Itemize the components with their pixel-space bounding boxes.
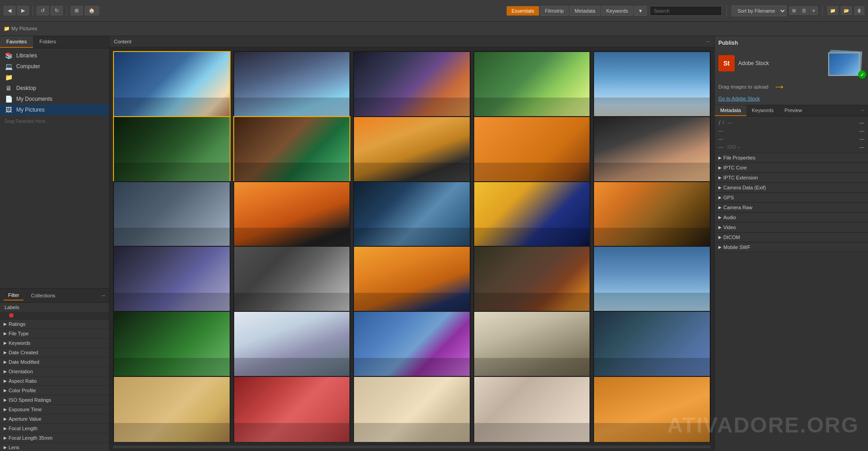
filter-dot-row[interactable] xyxy=(0,312,109,319)
filter-labels-header: Labels xyxy=(0,303,109,312)
delete-button[interactable]: 🗑 xyxy=(854,6,864,15)
dicom-section[interactable]: ▶ DICOM xyxy=(715,232,868,242)
computer-icon: 💻 xyxy=(5,63,13,70)
iptc-core-label: IPTC Core xyxy=(723,165,747,170)
camera-data-section[interactable]: ▶ Camera Data (Exif) xyxy=(715,183,868,193)
date-created-row[interactable]: ▶ Date Created xyxy=(0,348,109,357)
new-folder-button[interactable]: 📂 xyxy=(841,6,852,15)
metadata-tabs: Metadata Keywords Preview − xyxy=(715,105,868,117)
filter-minimize-btn[interactable]: − xyxy=(102,292,105,299)
meta-field-focal: — — xyxy=(715,135,868,143)
file-type-row[interactable]: ▶ File Type xyxy=(0,329,109,338)
nav-item-desktop[interactable]: 🖥 Desktop xyxy=(0,83,109,94)
date-modified-row[interactable]: ▶ Date Modified xyxy=(0,357,109,367)
rotate-left-button[interactable]: ↺ xyxy=(37,6,49,15)
keywords-tab[interactable]: Keywords xyxy=(746,105,779,116)
camera-raw-section[interactable]: ▶ Camera Raw xyxy=(715,202,868,212)
mobile-swf-section[interactable]: ▶ Mobile SWF xyxy=(715,242,868,252)
tab-metadata[interactable]: Metadata xyxy=(570,6,600,16)
left-panel: Favorites Folders 📚 Libraries 💻 Computer… xyxy=(0,36,109,451)
iso-speed-row[interactable]: ▶ ISO Speed Ratings xyxy=(0,395,109,405)
color-profile-row[interactable]: ▶ Color Profile xyxy=(0,386,109,395)
keywords-row[interactable]: ▶ Keywords xyxy=(0,338,109,348)
image-thumb-28[interactable] xyxy=(353,376,471,442)
ratings-row[interactable]: ▶ Ratings xyxy=(0,319,109,329)
video-label: Video xyxy=(723,225,736,230)
content-scrollbar[interactable] xyxy=(113,446,711,448)
go-to-stock-link[interactable]: Go to Adobe Stock xyxy=(718,96,864,101)
grid-view-button[interactable]: ⊞ xyxy=(789,6,798,15)
image-stack: ✓ xyxy=(828,50,864,77)
forward-button[interactable]: ▶ xyxy=(17,6,29,15)
aperture-row[interactable]: ▶ Aperture Value xyxy=(0,414,109,424)
meta-quick-fields: ƒ / — — — — — — — ISO – — xyxy=(715,117,868,153)
aspect-ratio-row[interactable]: ▶ Aspect Ratio xyxy=(0,376,109,386)
image-thumb-30[interactable] xyxy=(593,376,711,442)
folder-button[interactable]: 📁 xyxy=(827,6,838,15)
image-thumb-26[interactable] xyxy=(113,376,231,442)
open-button[interactable]: ⊞ xyxy=(71,6,83,15)
separator-1 xyxy=(33,5,33,16)
meta-field-fstop: ƒ / — — xyxy=(715,118,868,127)
gps-section[interactable]: ▶ GPS xyxy=(715,193,868,202)
fstop-symbol: ƒ / xyxy=(718,120,727,125)
tab-keywords[interactable]: Keywords xyxy=(601,6,633,16)
nav-item-libraries[interactable]: 📚 Libraries xyxy=(0,50,109,61)
lens-arrow: ▶ xyxy=(4,445,7,450)
filter-panel: Filter Collections − Labels ▶ Ratings ▶ … xyxy=(0,288,109,451)
nav-item-recent[interactable]: 📁 xyxy=(0,72,109,83)
file-properties-section[interactable]: ▶ File Properties xyxy=(715,153,868,163)
back-button[interactable]: ◀ xyxy=(4,6,15,15)
search-input[interactable] xyxy=(650,6,722,16)
focal-length-35-row[interactable]: ▶ Focal Length 35mm xyxy=(0,433,109,443)
detail-view-button[interactable]: ☰ xyxy=(799,6,809,15)
my-documents-icon: 📄 xyxy=(5,96,13,102)
metadata-tab[interactable]: Metadata xyxy=(715,105,746,116)
sort-dropdown[interactable]: Sort by Filename xyxy=(731,5,787,16)
audio-label: Audio xyxy=(723,215,736,220)
orientation-row[interactable]: ▶ Orientation xyxy=(0,367,109,376)
exposure-time-row[interactable]: ▶ Exposure Time xyxy=(0,405,109,414)
color-profile-arrow: ▶ xyxy=(4,388,7,393)
iptc-extension-section[interactable]: ▶ IPTC Extension xyxy=(715,173,868,183)
lens-row[interactable]: ▶ Lens xyxy=(0,443,109,451)
nav-item-label-my-documents: My Documents xyxy=(16,96,52,102)
filter-tab[interactable]: Filter xyxy=(4,291,24,301)
video-section[interactable]: ▶ Video xyxy=(715,222,868,232)
focal-val: — xyxy=(828,136,864,141)
collections-tab[interactable]: Collections xyxy=(26,291,60,300)
dicom-arrow: ▶ xyxy=(718,235,722,240)
keywords-label: Keywords xyxy=(9,340,30,346)
nav-item-my-documents[interactable]: 📄 My Documents xyxy=(0,94,109,104)
ratings-label: Ratings xyxy=(9,321,25,327)
list-view-button[interactable]: ≡ xyxy=(810,6,818,15)
drag-text: Drag images to upload xyxy=(718,84,769,89)
metadata-minimize-btn[interactable]: − xyxy=(858,105,868,116)
recent-icon: 📁 xyxy=(5,74,13,80)
rotate-right-button[interactable]: ↻ xyxy=(51,6,63,15)
image-thumb-29[interactable] xyxy=(473,376,591,442)
tab-essentials[interactable]: Essentials xyxy=(506,6,539,16)
camera-raw-arrow-meta: ▶ xyxy=(718,205,722,210)
focal-length-row[interactable]: ▶ Focal Length xyxy=(0,424,109,433)
image-thumb-27[interactable] xyxy=(233,376,351,442)
tab-filmstrip[interactable]: Filmstrip xyxy=(540,6,569,16)
workspace-dropdown[interactable]: ▼ xyxy=(634,6,647,16)
file-type-label: File Type xyxy=(9,331,28,336)
folders-tab[interactable]: Folders xyxy=(33,36,62,48)
audio-section[interactable]: ▶ Audio xyxy=(715,212,868,222)
content-minimize-btn[interactable]: − xyxy=(707,38,710,45)
iptc-core-section[interactable]: ▶ IPTC Core xyxy=(715,163,868,173)
iso-speed-label: ISO Speed Ratings xyxy=(9,397,51,403)
focal-symbol: — xyxy=(718,136,727,141)
preview-tab[interactable]: Preview xyxy=(779,105,807,116)
favorites-tab[interactable]: Favorites xyxy=(0,36,33,48)
date-created-label: Date Created xyxy=(9,350,38,355)
fstop-val: — xyxy=(828,120,864,125)
path-toolbar: 📁 My Pictures xyxy=(0,22,868,36)
file-props-arrow: ▶ xyxy=(718,155,722,160)
nav-item-my-pictures[interactable]: 🖼 My Pictures xyxy=(0,104,109,115)
bridge-home-button[interactable]: 🏠 xyxy=(85,6,99,15)
nav-item-computer[interactable]: 💻 Computer xyxy=(0,61,109,72)
drag-upload-area[interactable]: Drag images to upload → xyxy=(718,80,864,93)
